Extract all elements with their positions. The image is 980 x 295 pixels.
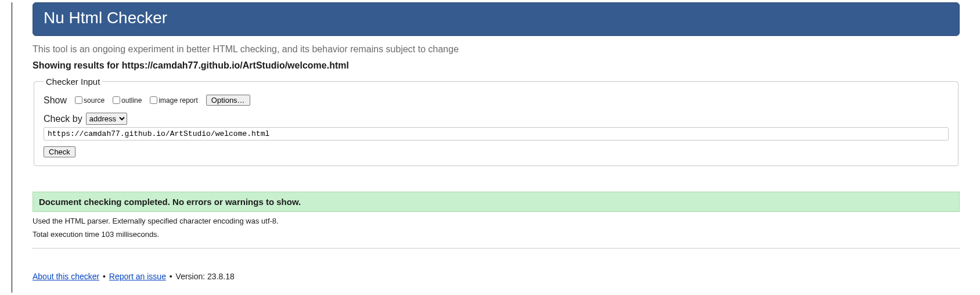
show-options-row: Show source outline image report Options… (44, 95, 949, 106)
checkbox-outline-label: outline (121, 96, 142, 105)
check-button[interactable]: Check (44, 146, 75, 157)
separator: • (170, 272, 172, 281)
checkbox-source[interactable] (75, 96, 82, 104)
parser-info: Used the HTML parser. Externally specifi… (33, 217, 960, 225)
checkbox-source-label: source (84, 96, 105, 105)
page-title: Nu Html Checker (44, 9, 949, 27)
version-label: Version: 23.8.18 (176, 272, 235, 281)
check-by-label: Check by (44, 114, 82, 124)
footer: About this checker • Report an issue • V… (33, 272, 960, 281)
checkbox-outline[interactable] (113, 96, 120, 104)
options-button[interactable]: Options… (206, 95, 250, 106)
checkbox-source-wrap[interactable]: source (75, 96, 105, 105)
checker-input-legend: Checker Input (44, 77, 102, 87)
checkbox-image-report-label: image report (158, 96, 197, 105)
check-by-select[interactable]: address (86, 113, 127, 125)
divider (33, 248, 960, 249)
header-banner: Nu Html Checker (33, 2, 960, 36)
checkbox-outline-wrap[interactable]: outline (113, 96, 142, 105)
results-heading: Showing results for https://camdah77.git… (33, 60, 960, 71)
checker-input-fieldset: Checker Input Show source outline image … (34, 77, 959, 166)
checkbox-image-report[interactable] (150, 96, 157, 104)
tagline: This tool is an ongoing experiment in be… (33, 44, 960, 55)
about-link[interactable]: About this checker (33, 272, 99, 281)
check-by-row: Check by address (44, 113, 949, 125)
show-label: Show (44, 95, 67, 106)
checkbox-image-report-wrap[interactable]: image report (150, 96, 197, 105)
success-message: Document checking completed. No errors o… (33, 192, 960, 212)
separator: • (103, 272, 106, 281)
report-issue-link[interactable]: Report an issue (109, 272, 166, 281)
url-input[interactable] (44, 127, 949, 141)
execution-time: Total execution time 103 milliseconds. (33, 230, 960, 239)
